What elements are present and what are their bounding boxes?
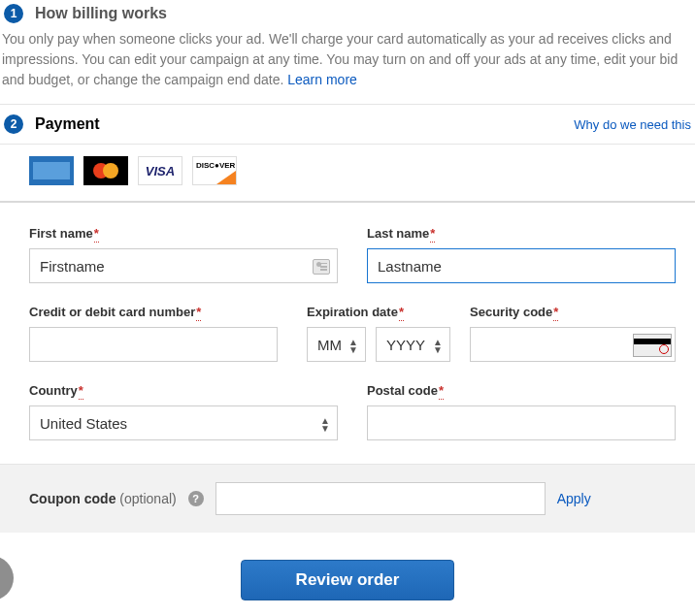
- payment-section-header: 2 Payment Why do we need this: [0, 105, 695, 144]
- billing-section-header: 1 How billing works: [0, 0, 695, 29]
- last-name-input[interactable]: [367, 248, 676, 283]
- billing-title: How billing works: [35, 5, 167, 22]
- floating-help-bubble[interactable]: [0, 556, 14, 600]
- accepted-cards-row: VISA DISC●VER: [0, 145, 695, 201]
- step-2-badge: 2: [4, 114, 23, 134]
- visa-icon: VISA: [138, 156, 182, 185]
- coupon-section: Coupon code (optional) ? Apply: [0, 464, 695, 533]
- mastercard-icon: [83, 156, 128, 185]
- postal-code-label: Postal code*: [367, 383, 676, 398]
- amex-icon: [29, 156, 74, 185]
- exp-month-select[interactable]: MM: [307, 327, 366, 362]
- discover-icon: DISC●VER: [192, 156, 237, 185]
- card-number-label: Credit or debit card number*: [29, 305, 278, 319]
- review-row: Review order: [0, 533, 695, 612]
- first-name-label: First name*: [29, 226, 338, 241]
- card-number-input[interactable]: [29, 327, 278, 362]
- review-order-button[interactable]: Review order: [241, 560, 455, 600]
- coupon-input[interactable]: [215, 482, 546, 515]
- payment-title: Payment: [35, 115, 100, 133]
- country-label: Country*: [29, 383, 338, 398]
- contact-autofill-icon: [313, 259, 330, 275]
- help-icon[interactable]: ?: [188, 491, 204, 506]
- cvv-card-icon: [633, 334, 672, 357]
- country-select[interactable]: United States: [29, 405, 338, 440]
- payment-form: First name* Last name* Credit or debit c…: [0, 203, 695, 464]
- why-need-link[interactable]: Why do we need this: [574, 117, 691, 132]
- security-code-label: Security code*: [470, 305, 676, 319]
- last-name-label: Last name*: [367, 226, 676, 241]
- learn-more-link[interactable]: Learn more: [287, 72, 357, 87]
- postal-code-input[interactable]: [367, 405, 676, 440]
- exp-date-label: Expiration date*: [307, 305, 450, 319]
- exp-year-select[interactable]: YYYY: [376, 327, 450, 362]
- coupon-label: Coupon code (optional): [29, 491, 177, 506]
- first-name-input[interactable]: [29, 248, 338, 283]
- billing-description: You only pay when someone clicks your ad…: [0, 29, 695, 104]
- apply-coupon-link[interactable]: Apply: [557, 491, 591, 506]
- step-1-badge: 1: [4, 4, 23, 23]
